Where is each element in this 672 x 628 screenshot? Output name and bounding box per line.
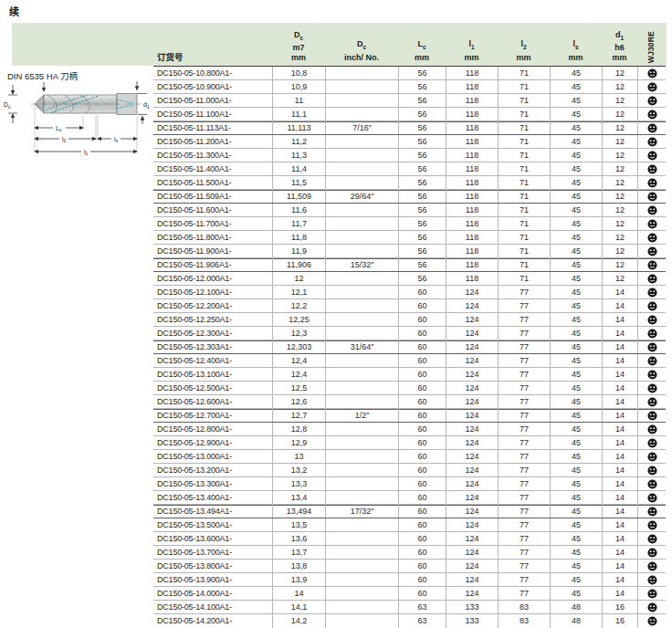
cell-l1: 118 <box>446 135 498 148</box>
cell-order: DC150-05-11.500A1- <box>153 176 272 189</box>
table-row: DC150-05-12.500A1-12,560124774514 <box>153 382 666 395</box>
cell-order: DC150-05-14.000A1- <box>153 587 272 600</box>
cell-grade-availability <box>637 217 666 230</box>
cell-lc: 56 <box>398 190 446 203</box>
cell-lc: 63 <box>398 601 446 613</box>
cell-d1: 14 <box>602 340 637 353</box>
cell-lc: 56 <box>398 217 446 230</box>
cell-l1: 118 <box>446 204 498 216</box>
cell-lc: 60 <box>398 546 446 559</box>
wj30re-dot-icon <box>647 123 657 133</box>
table-row: DC150-05-13.494A1-13,49417/32″6012477451… <box>153 505 666 518</box>
cell-grade-availability <box>637 299 666 312</box>
cell-d1: 12 <box>602 135 637 148</box>
table-row: DC150-05-13.700A1-13,760124774514 <box>153 546 666 560</box>
cell-grade-availability <box>637 505 666 518</box>
cell-grade-availability <box>637 382 666 394</box>
cell-d1: 14 <box>602 286 637 298</box>
wj30re-dot-icon <box>647 110 657 120</box>
cell-inch <box>325 477 398 490</box>
cell-inch: 29/64″ <box>325 190 398 203</box>
cell-ls: 45 <box>550 587 602 600</box>
cell-dc: 13,7 <box>272 546 325 559</box>
cell-dc: 12,5 <box>272 382 325 394</box>
cell-l2: 77 <box>498 436 550 449</box>
cell-l2: 77 <box>498 505 550 518</box>
cell-grade-availability <box>637 80 666 93</box>
cell-grade-availability <box>637 340 666 353</box>
table-row: DC150-05-14.100A1-14,163133834816 <box>153 601 666 614</box>
cell-lc: 60 <box>398 518 446 531</box>
table-row: DC150-05-13.000A1-1360124774514 <box>153 450 666 464</box>
cell-inch <box>325 217 398 230</box>
cell-order: DC150-05-11.000A1- <box>153 94 272 107</box>
cell-order: DC150-05-12.200A1- <box>153 299 272 312</box>
table-row: DC150-05-14.200A1-14,263133834816 <box>153 614 666 628</box>
cell-inch: 7/16″ <box>325 121 398 134</box>
dim-l2: l2 <box>35 136 96 144</box>
cell-l2: 77 <box>498 395 550 408</box>
table-row: DC150-05-12.800A1-12,860124774514 <box>153 423 666 436</box>
cell-grade-availability <box>637 231 666 244</box>
cell-ls: 45 <box>550 162 602 175</box>
cell-l2: 77 <box>498 450 550 463</box>
cell-d1: 14 <box>602 327 637 340</box>
cell-grade-availability <box>637 94 666 107</box>
cell-l1: 124 <box>446 546 498 559</box>
cell-grade-availability <box>637 245 666 257</box>
cell-grade-availability <box>637 121 666 134</box>
cell-inch <box>325 286 398 298</box>
cell-grade-availability <box>637 149 666 162</box>
wj30re-dot-icon <box>647 411 657 421</box>
wj30re-dot-icon <box>647 68 657 78</box>
cell-inch: 15/32″ <box>325 258 398 271</box>
column-header-dc_inch: Dcinch/ No. <box>325 39 398 66</box>
cell-l1: 124 <box>446 436 498 449</box>
wj30re-dot-icon <box>647 151 657 161</box>
cell-inch <box>325 382 398 394</box>
cell-l1: 118 <box>446 121 498 134</box>
table-row: DC150-05-13.500A1-13,560124774514 <box>153 518 666 532</box>
cell-l2: 77 <box>498 518 550 531</box>
cell-lc: 60 <box>398 491 446 504</box>
wj30re-dot-icon <box>647 233 657 243</box>
cell-d1: 14 <box>602 409 637 422</box>
cell-inch <box>325 313 398 326</box>
svg-text:l1: l1 <box>84 149 89 157</box>
cell-ls: 45 <box>550 67 602 79</box>
wj30re-dot-icon <box>647 466 657 476</box>
cell-l1: 124 <box>446 340 498 353</box>
column-header-order: 订货号 <box>153 53 272 67</box>
wj30re-dot-icon <box>647 520 657 530</box>
cell-ls: 45 <box>550 560 602 572</box>
cell-dc: 13,8 <box>272 560 325 572</box>
cell-dc: 11,9 <box>272 245 325 257</box>
table-row: DC150-05-12.900A1-12,960124774514 <box>153 436 666 450</box>
cell-inch <box>325 135 398 148</box>
cell-lc: 60 <box>398 286 446 298</box>
cell-l2: 71 <box>498 108 550 120</box>
cell-dc: 12,3 <box>272 327 325 340</box>
cell-d1: 14 <box>602 546 637 559</box>
wj30re-dot-icon <box>647 548 657 558</box>
cell-order: DC150-05-11.700A1- <box>153 217 272 230</box>
cell-grade-availability <box>637 272 666 285</box>
cell-l2: 71 <box>498 245 550 257</box>
cell-ls: 45 <box>550 382 602 394</box>
cell-inch <box>325 491 398 504</box>
cell-ls: 45 <box>550 299 602 312</box>
cell-order: DC150-05-13.000A1- <box>153 450 272 463</box>
cell-d1: 12 <box>602 121 637 134</box>
cell-ls: 45 <box>550 80 602 93</box>
cell-ls: 45 <box>550 121 602 134</box>
cell-dc: 12,303 <box>272 340 325 353</box>
cell-l2: 71 <box>498 217 550 230</box>
table-row: DC150-05-12.300A1-12,360124774514 <box>153 327 666 340</box>
cell-d1: 12 <box>602 80 637 93</box>
table-row: DC150-05-13.400A1-13,460124774514 <box>153 491 666 505</box>
cell-lc: 56 <box>398 204 446 216</box>
table-row: DC150-05-12.000A1-1256118714512 <box>153 272 666 286</box>
cell-inch: 31/64″ <box>325 340 398 353</box>
cell-order: DC150-05-13.800A1- <box>153 560 272 572</box>
cell-d1: 16 <box>602 614 637 628</box>
